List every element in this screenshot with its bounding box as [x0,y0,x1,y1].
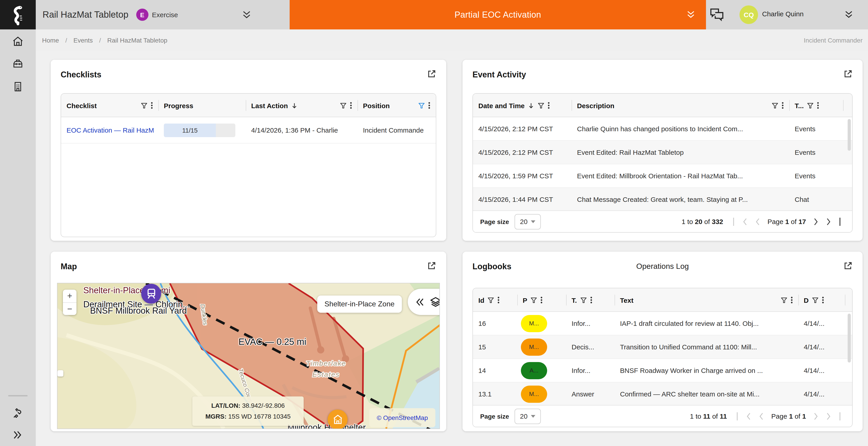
kebab-menu-icon[interactable] [428,102,430,109]
pagination-separator [737,412,738,420]
event-activity-title: Event Activity [472,70,526,79]
column-header-priority[interactable]: P [517,288,566,312]
first-page-icon[interactable] [745,412,752,421]
zoom-out-button[interactable]: − [63,302,76,315]
logbooks-table-header: Id P T. Text [473,288,852,312]
caret-down-icon [531,415,535,417]
event-activity-popout-button[interactable] [843,69,852,80]
map-attribution-link[interactable]: © OpenStreetMap [369,408,435,427]
map-card: Map [51,252,446,431]
column-header-checklist[interactable]: Checklist [61,94,158,117]
logbook-name: Operations Log [472,262,852,271]
column-header-position[interactable]: Position [358,94,436,117]
map-canvas[interactable]: Tecuco Court Dunkles Timberlake Estates … [57,283,440,429]
kebab-menu-icon[interactable] [822,296,824,304]
user-menu-chevron[interactable] [843,9,854,22]
filter-active-icon[interactable] [418,102,425,109]
layers-icon[interactable] [430,296,440,308]
description-cell: Event Edited: Rail HazMat Tabletop [571,149,789,156]
kebab-menu-icon[interactable] [350,102,352,109]
previous-page-icon[interactable] [754,217,761,226]
kebab-menu-icon[interactable] [817,102,819,109]
kebab-menu-icon[interactable] [548,102,550,109]
sidebar-item-building[interactable] [12,81,24,95]
neighborhood-label: Estates [312,371,340,378]
checklists-title: Checklists [61,70,101,79]
sidebar-expand[interactable] [12,429,24,443]
column-header-gutter [845,288,852,312]
event-menu-chevron[interactable] [242,9,252,20]
event-activity-table-header: Date and Time Description T... [473,94,852,117]
scrollbar-thumb[interactable] [848,119,851,151]
text-cell: Transition to Unified Command at 1100: M… [615,343,798,351]
evac-zone-label: EVAC — 0.25 mi [239,337,306,347]
column-header-date-time[interactable]: Date and Time [473,94,571,117]
chat-button[interactable] [709,6,725,25]
column-header-date[interactable]: D [798,288,845,312]
collapse-panel-icon[interactable] [414,296,425,308]
column-header-text[interactable]: Text [615,288,798,312]
derailment-marker[interactable] [141,284,161,304]
filter-icon[interactable] [340,102,347,109]
scrollbar-thumb[interactable] [848,314,851,362]
checklists-popout-button[interactable] [427,69,436,80]
map-popout-button[interactable] [427,261,436,272]
filter-icon[interactable] [580,297,587,304]
kebab-menu-icon[interactable] [498,296,500,304]
filter-icon[interactable] [530,297,537,304]
neighborhood-label: Timberlake [306,359,346,367]
kebab-menu-icon[interactable] [781,102,784,109]
double-chevron-down-icon [843,9,854,20]
previous-page-icon[interactable] [758,412,765,421]
breadcrumb-home[interactable]: Home [42,36,59,44]
last-page-icon[interactable] [825,412,832,421]
filter-icon[interactable] [141,102,148,109]
filter-icon[interactable] [812,297,819,304]
kebab-menu-icon[interactable] [151,102,153,109]
user-avatar[interactable]: CQ [740,5,758,24]
logbooks-popout-button[interactable] [843,261,852,272]
sidebar-item-toolbox[interactable] [12,58,24,71]
eoc-status-banner[interactable]: Partial EOC Activation [290,0,706,29]
column-header-last-action[interactable]: Last Action [246,94,358,117]
id-cell: 15 [473,343,517,351]
checklists-table-header: Checklist Progress Last Action Position [61,94,436,117]
checklist-link[interactable]: EOC Activation — Rail HazM [61,126,158,134]
breadcrumb-events[interactable]: Events [73,36,93,44]
filter-icon[interactable] [538,102,545,109]
column-header-description[interactable]: Description [571,94,789,117]
filter-icon[interactable] [772,102,778,109]
column-header-progress[interactable]: Progress [158,94,246,117]
banner-chevron[interactable] [686,9,696,22]
page-size-select[interactable]: 20 [515,408,541,424]
page-size-select[interactable]: 20 [515,214,541,229]
column-header-type[interactable]: T. [566,288,615,312]
event-title: Rail HazMat Tabletop [42,9,128,20]
kebab-menu-icon[interactable] [590,296,592,304]
column-header-type[interactable]: T... [789,94,843,117]
map-control-fragment[interactable] [58,370,63,377]
sidebar-item-admin-tools[interactable] [12,407,24,421]
kebab-menu-icon[interactable] [790,296,793,304]
column-label: Description [577,102,614,109]
priority-pill: A... [521,362,547,379]
next-page-icon[interactable] [812,217,819,226]
zoom-in-button[interactable]: + [63,290,76,302]
table-row: 15 M... Decis... Transition to Unified C… [473,336,852,359]
kebab-menu-icon[interactable] [540,296,542,304]
filter-icon[interactable] [488,297,494,304]
table-row: 14 A... Infor... BNSF Roadway Worker in … [473,359,852,382]
first-page-icon[interactable] [741,217,748,226]
column-header-id[interactable]: Id [473,288,517,312]
filter-icon[interactable] [781,297,787,304]
table-row: 4/15/2026, 2:12 PM CST Charlie Quinn has… [473,117,852,141]
shelter-marker[interactable] [328,410,347,429]
last-page-icon[interactable] [825,217,832,226]
app-logo[interactable] [0,0,36,29]
page-size-label: Page size [480,218,509,225]
sidebar-item-home[interactable] [12,35,24,49]
next-page-icon[interactable] [812,412,819,421]
column-header-gutter [843,94,852,117]
double-chevron-down-icon [242,9,252,20]
filter-icon[interactable] [807,102,814,109]
